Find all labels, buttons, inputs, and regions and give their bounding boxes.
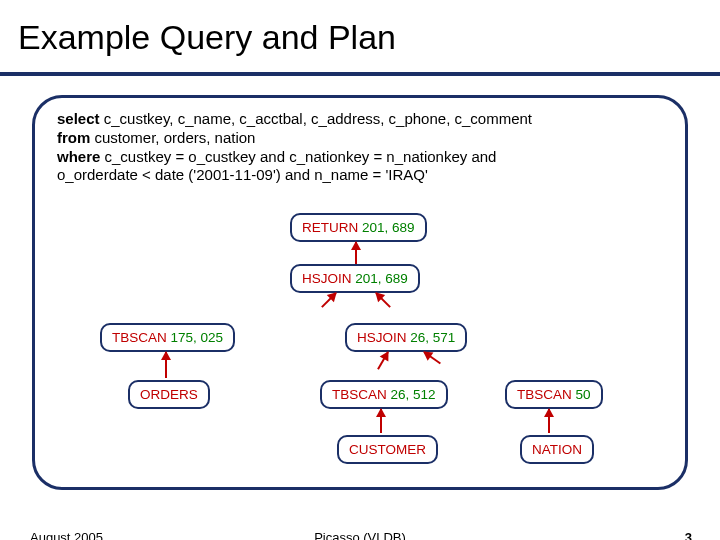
node-orders: ORDERS bbox=[128, 380, 210, 409]
kw-select: select bbox=[57, 110, 100, 127]
op-hsjoin2: HSJOIN bbox=[357, 330, 407, 345]
where-line2: o_orderdate < date ('2001-11-09') and n_… bbox=[57, 166, 428, 183]
card-hsjoin1: 201, 689 bbox=[355, 271, 408, 286]
op-tbscan-customer: TBSCAN bbox=[332, 387, 387, 402]
node-hsjoin1: HSJOIN 201, 689 bbox=[290, 264, 420, 293]
node-tbscan-nation: TBSCAN 50 bbox=[505, 380, 603, 409]
card-tbscan-orders: 175, 025 bbox=[171, 330, 224, 345]
sql-query: select c_custkey, c_name, c_acctbal, c_a… bbox=[57, 110, 667, 185]
op-return: RETURN bbox=[302, 220, 358, 235]
node-nation: NATION bbox=[520, 435, 594, 464]
node-hsjoin2: HSJOIN 26, 571 bbox=[345, 323, 467, 352]
arrow-return bbox=[355, 242, 357, 264]
arrow-hsjoin2-left bbox=[377, 352, 389, 370]
arrow-hsjoin2-right bbox=[423, 351, 441, 364]
arrow-hsjoin1-right bbox=[375, 292, 391, 308]
card-tbscan-nation: 50 bbox=[576, 387, 591, 402]
card-tbscan-customer: 26, 512 bbox=[391, 387, 436, 402]
op-nation: NATION bbox=[532, 442, 582, 457]
arrow-hsjoin1-left bbox=[321, 292, 337, 308]
card-hsjoin2: 26, 571 bbox=[410, 330, 455, 345]
node-return: RETURN 201, 689 bbox=[290, 213, 427, 242]
card-return: 201, 689 bbox=[362, 220, 415, 235]
op-tbscan-nation: TBSCAN bbox=[517, 387, 572, 402]
op-tbscan-orders: TBSCAN bbox=[112, 330, 167, 345]
slide-title: Example Query and Plan bbox=[0, 0, 720, 57]
footer-venue: Picasso (VLDB) bbox=[0, 530, 720, 540]
node-tbscan-customer: TBSCAN 26, 512 bbox=[320, 380, 448, 409]
node-customer: CUSTOMER bbox=[337, 435, 438, 464]
content-frame: select c_custkey, c_name, c_acctbal, c_a… bbox=[32, 95, 688, 490]
op-hsjoin1: HSJOIN bbox=[302, 271, 352, 286]
footer-page: 3 bbox=[685, 530, 692, 540]
arrow-customer bbox=[380, 409, 382, 433]
kw-where: where bbox=[57, 148, 100, 165]
arrow-nation bbox=[548, 409, 550, 433]
title-underline bbox=[0, 72, 720, 76]
where-line1: c_custkey = o_custkey and c_nationkey = … bbox=[100, 148, 496, 165]
op-customer: CUSTOMER bbox=[349, 442, 426, 457]
kw-from: from bbox=[57, 129, 90, 146]
arrow-orders bbox=[165, 352, 167, 378]
select-cols: c_custkey, c_name, c_acctbal, c_address,… bbox=[100, 110, 532, 127]
op-orders: ORDERS bbox=[140, 387, 198, 402]
node-tbscan-orders: TBSCAN 175, 025 bbox=[100, 323, 235, 352]
from-tables: customer, orders, nation bbox=[90, 129, 255, 146]
